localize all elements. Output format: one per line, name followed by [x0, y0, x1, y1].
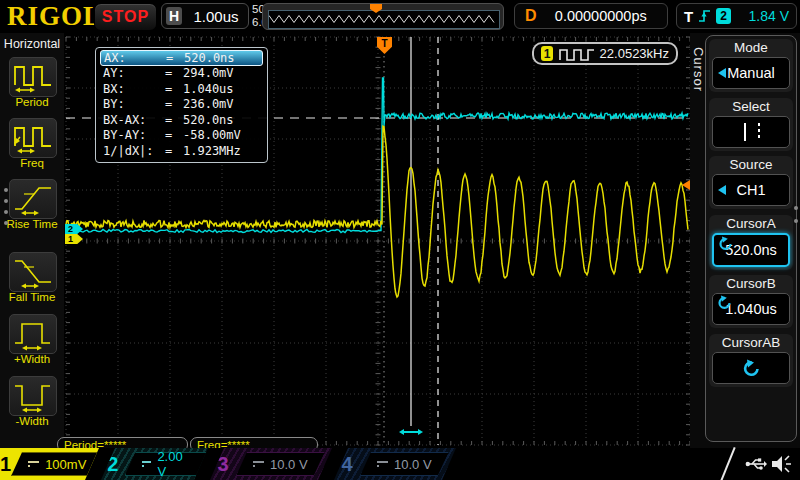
measure-item-rise-time-label: Rise Time — [0, 218, 64, 230]
channel-2-status[interactable]: 2 2.00 V — [101, 448, 208, 480]
delay-value: 0.00000000ps — [545, 8, 657, 24]
cursor-measurement-box: AX: = 520.0ns AY: = 294.0mV BX: = 1.040u… — [95, 47, 268, 163]
measure-label: 1/|dX|: — [103, 144, 165, 160]
measure-label: AY: — [103, 66, 165, 82]
measure-row-ax: AX: = 520.0ns — [100, 50, 263, 66]
channel-3-number: 3 — [210, 453, 236, 476]
horizontal-measure-menu: Horizontal Period Freq — [0, 33, 64, 448]
channel-3-scale-box: 10.0 V — [236, 452, 325, 476]
measure-value: 520.0ns — [184, 51, 259, 65]
menu-scroll-dot — [4, 188, 8, 192]
measure-item-freq[interactable] — [9, 118, 57, 158]
minus-width-icon — [12, 379, 54, 413]
cursor-menu: Cursor Mode Manual Select Sourc — [690, 33, 800, 448]
channel-4-scale: 10.0 V — [394, 457, 432, 472]
measure-row-inv-dx: 1/|dX|: = 1.923MHz — [100, 144, 263, 160]
menu-item-cursor-ab-value[interactable] — [712, 352, 790, 384]
equals-sign: = — [165, 144, 183, 160]
menu-item-select[interactable]: Select — [709, 98, 793, 151]
menu-item-mode-value[interactable]: Manual — [712, 57, 790, 89]
menu-item-source[interactable]: Source CH1 — [709, 156, 793, 209]
menu-item-cursor-a-value[interactable]: 520.0ns — [712, 233, 790, 267]
channel-2-number: 2 — [101, 453, 125, 476]
menu-page-dot — [794, 206, 798, 210]
freq-counter-value: 22.0523kHz — [600, 46, 669, 61]
measure-label: BY: — [103, 97, 165, 113]
measure-item-period[interactable] — [9, 57, 57, 97]
trigger-source-channel-badge: 2 — [716, 8, 731, 24]
channel-status-bar: 1 100mV 2 2.00 V 3 10.0 V 4 10.0 V — [0, 448, 800, 480]
measure-row-bxax: BX-AX: = 520.0ns — [100, 113, 263, 129]
measure-row-byay: BY-AY: = -58.00mV — [100, 128, 263, 144]
menu-item-source-header: Source — [709, 156, 793, 174]
menu-item-cursor-ab[interactable]: CursorAB — [709, 334, 793, 387]
channel-2-scale: 2.00 V — [157, 449, 191, 479]
measure-item-plus-width[interactable] — [9, 314, 57, 354]
menu-scroll-dot — [4, 199, 8, 203]
menu-item-mode-header: Mode — [709, 39, 793, 57]
menu-item-mode[interactable]: Mode Manual — [709, 39, 793, 92]
usb-icon[interactable] — [745, 455, 767, 473]
dc-coupling-icon — [253, 461, 264, 467]
preview-waveform — [269, 11, 497, 26]
measure-item-plus-width-label: +Width — [0, 353, 64, 365]
menu-item-cursor-a[interactable]: CursorA 520.0ns — [709, 215, 793, 270]
menu-item-source-value[interactable]: CH1 — [712, 174, 790, 206]
channel-1-status[interactable]: 1 100mV — [0, 448, 99, 480]
equals-sign: = — [165, 66, 183, 82]
delay-badge[interactable]: D 0.00000000ps — [514, 3, 668, 29]
oscilloscope-screen: RIGOL STOP H 1.00us 500MSa/s 6.00k pts D… — [0, 0, 800, 480]
equals-sign: = — [165, 97, 183, 113]
measure-label: BX: — [103, 82, 165, 98]
measure-label: BY-AY: — [103, 128, 165, 144]
dc-coupling-icon — [377, 461, 388, 467]
trigger-badge[interactable]: T 2 1.84 V — [676, 3, 797, 29]
measure-item-minus-width-label: -Width — [0, 415, 64, 427]
channel-3-status[interactable]: 3 10.0 V — [210, 448, 332, 480]
channel-2-scale-box: 2.00 V — [125, 452, 208, 476]
waveform-preview-bar[interactable] — [262, 3, 504, 30]
square-wave-icon — [559, 47, 593, 61]
dc-coupling-icon — [142, 461, 152, 467]
menu-item-cursor-ab-header: CursorAB — [709, 334, 793, 352]
delay-d-icon: D — [525, 7, 537, 25]
dc-coupling-icon — [28, 461, 39, 467]
measure-item-minus-width[interactable] — [9, 376, 57, 416]
measure-row-by: BY: = 236.0mV — [100, 97, 263, 113]
measure-item-fall-time-label: Fall Time — [0, 291, 64, 303]
measure-label: BX-AX: — [103, 113, 165, 129]
timebase-value: 1.00us — [188, 8, 244, 25]
menu-item-cursor-b[interactable]: CursorB 1.040us — [709, 275, 793, 328]
channel-1-scale-box: 100mV — [11, 452, 103, 476]
trigger-t-label: T — [684, 8, 693, 25]
rising-edge-icon — [698, 8, 711, 24]
mode-value-text: Manual — [727, 65, 775, 81]
measure-item-fall-time[interactable] — [9, 252, 57, 292]
channel-4-scale-box: 10.0 V — [360, 452, 449, 476]
menu-item-cursor-b-header: CursorB — [709, 275, 793, 293]
source-value-text: CH1 — [736, 182, 765, 198]
rise-time-icon — [12, 182, 54, 216]
horizontal-timebase-badge[interactable]: H 1.00us — [161, 3, 249, 29]
chevron-left-icon — [718, 68, 726, 78]
waveform-preview-window — [268, 10, 500, 29]
period-icon — [12, 60, 54, 94]
measure-label: AX: — [104, 51, 166, 65]
measure-row-bx: BX: = 1.040us — [100, 82, 263, 98]
measure-item-freq-label: Freq — [0, 157, 64, 169]
equals-sign: = — [166, 51, 184, 65]
menu-item-cursor-b-value[interactable]: 1.040us — [712, 293, 790, 325]
equals-sign: = — [165, 128, 183, 144]
run-state-badge[interactable]: STOP — [94, 3, 157, 31]
channel-1-scale: 100mV — [45, 457, 86, 472]
top-status-bar: RIGOL STOP H 1.00us 500MSa/s 6.00k pts D… — [0, 0, 800, 33]
channel-4-status[interactable]: 4 10.0 V — [334, 448, 456, 480]
measure-item-rise-time[interactable] — [9, 179, 57, 219]
cursor-menu-tab: Cursor — [691, 47, 706, 92]
menu-item-select-value[interactable] — [712, 116, 790, 148]
freq-icon — [12, 121, 54, 155]
speaker-icon[interactable] — [770, 454, 792, 474]
horizontal-h-icon: H — [166, 7, 182, 25]
trigger-level-value: 1.84 V — [736, 8, 789, 24]
status-bar-divider — [720, 447, 735, 480]
